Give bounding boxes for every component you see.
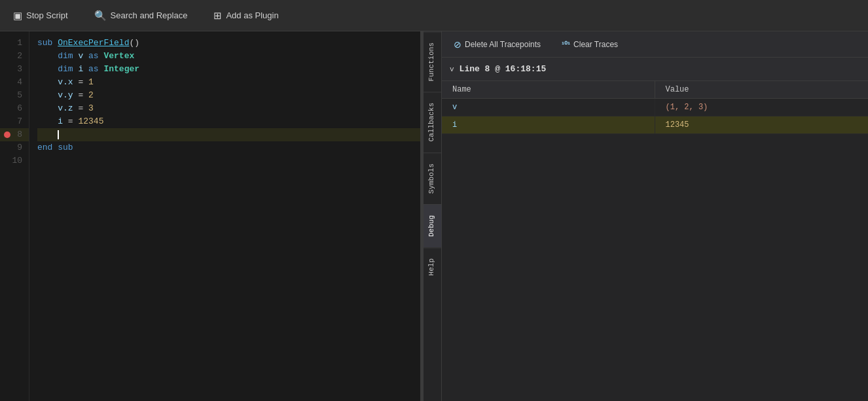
code-line — [37, 128, 420, 141]
delete-tracepoints-button[interactable]: ⊘ Delete All Tracepoints — [450, 37, 545, 52]
line-number: 2 — [0, 50, 29, 63]
code-token: 1 — [88, 76, 94, 89]
code-token: Integer — [103, 63, 139, 76]
code-token: 2 — [88, 89, 94, 102]
variable-value: 12345 — [655, 116, 869, 133]
code-token: as — [83, 63, 103, 76]
code-line: v.x = 1 — [37, 76, 420, 89]
code-token: i — [37, 115, 68, 128]
clear-traces-icon: ¹⁰¹ — [562, 40, 570, 49]
code-token: v.x — [37, 76, 78, 89]
code-line: i = 12345 — [37, 115, 420, 128]
code-token: Vertex — [103, 50, 134, 63]
code-token: 12345 — [78, 115, 103, 128]
side-tab-debug[interactable]: Debug — [424, 204, 441, 247]
code-line — [37, 154, 420, 167]
line-number: 1 — [0, 37, 29, 50]
code-token: v.z — [37, 102, 78, 115]
line-number: 9 — [0, 141, 29, 154]
chevron-icon: v — [450, 65, 454, 73]
table-row: i12345 — [442, 116, 868, 134]
breakpoint-dot — [4, 131, 10, 138]
code-token: dim — [37, 50, 78, 63]
call-stack-title: Line 8 @ 16:18:15 — [460, 64, 547, 74]
variable-table: Name Value v(1, 2, 3)i12345 — [442, 81, 868, 401]
code-line: v.z = 3 — [37, 102, 420, 115]
code-token: v — [78, 50, 83, 63]
line-number: 4 — [0, 76, 29, 89]
code-token — [37, 128, 58, 141]
code-token: end — [37, 141, 58, 154]
side-tab-help[interactable]: Help — [424, 247, 441, 286]
clear-traces-button[interactable]: ¹⁰¹ Clear Traces — [558, 38, 622, 51]
code-line: end sub — [37, 141, 420, 154]
add-plugin-label: Add as Plugin — [226, 10, 278, 20]
search-replace-label: Search and Replace — [111, 10, 188, 20]
line-numbers: 12345678910 — [0, 31, 29, 401]
variable-value: (1, 2, 3) — [655, 99, 869, 116]
line-number: 8 — [0, 128, 29, 141]
search-icon: 🔍 — [94, 10, 107, 22]
code-token: = — [78, 102, 88, 115]
code-editor: 12345678910 sub OnExecPerField() dim v a… — [0, 31, 420, 401]
main-area: 12345678910 sub OnExecPerField() dim v a… — [0, 31, 868, 401]
line-number: 10 — [0, 154, 29, 167]
right-panel: FunctionsCallbacksSymbolsDebugHelp ⊘ Del… — [423, 31, 868, 401]
side-tabs: FunctionsCallbacksSymbolsDebugHelp — [423, 31, 441, 401]
code-token: () — [129, 37, 139, 50]
code-line: v.y = 2 — [37, 89, 420, 102]
line-number: 7 — [0, 115, 29, 128]
code-token: OnExecPerField — [58, 37, 129, 50]
code-token: i — [78, 63, 83, 76]
code-line: sub OnExecPerField() — [37, 37, 420, 50]
plugin-icon: ⊞ — [213, 10, 222, 22]
delete-tracepoints-icon: ⊘ — [454, 39, 461, 50]
call-stack-header[interactable]: v Line 8 @ 16:18:15 — [442, 58, 868, 81]
code-token: dim — [37, 63, 78, 76]
side-tab-functions[interactable]: Functions — [424, 31, 441, 92]
code-line: dim v as Vertex — [37, 50, 420, 63]
side-tab-callbacks[interactable]: Callbacks — [424, 92, 441, 152]
code-token: sub — [58, 141, 73, 154]
variable-name: v — [442, 99, 655, 116]
line-number: 3 — [0, 63, 29, 76]
code-token: sub — [37, 37, 58, 50]
line-number: 6 — [0, 102, 29, 115]
debug-panel: ⊘ Delete All Tracepoints ¹⁰¹ Clear Trace… — [441, 31, 868, 401]
variable-table-header: Name Value — [442, 81, 868, 99]
delete-tracepoints-label: Delete All Tracepoints — [465, 40, 541, 49]
code-token: = — [78, 89, 88, 102]
code-line: dim i as Integer — [37, 63, 420, 76]
toolbar: ▣ Stop Script 🔍 Search and Replace ⊞ Add… — [0, 0, 868, 31]
code-token: = — [68, 115, 79, 128]
variable-rows: v(1, 2, 3)i12345 — [442, 99, 868, 134]
side-tab-symbols[interactable]: Symbols — [424, 152, 441, 204]
stop-script-icon: ▣ — [13, 10, 22, 22]
debug-toolbar: ⊘ Delete All Tracepoints ¹⁰¹ Clear Trace… — [442, 31, 868, 58]
table-row: v(1, 2, 3) — [442, 99, 868, 116]
variable-name: i — [442, 116, 655, 133]
line-number: 5 — [0, 89, 29, 102]
clear-traces-label: Clear Traces — [573, 40, 618, 49]
search-replace-button[interactable]: 🔍 Search and Replace — [89, 7, 193, 24]
code-token: v.y — [37, 89, 78, 102]
code-content[interactable]: sub OnExecPerField() dim v as Vertex dim… — [29, 31, 420, 401]
cursor — [58, 130, 59, 139]
column-name-header: Name — [442, 81, 655, 98]
add-plugin-button[interactable]: ⊞ Add as Plugin — [208, 7, 283, 24]
code-token: 3 — [88, 102, 94, 115]
column-value-header: Value — [655, 81, 869, 98]
stop-script-label: Stop Script — [26, 10, 68, 20]
stop-script-button[interactable]: ▣ Stop Script — [8, 7, 73, 24]
code-token: as — [83, 50, 103, 63]
code-token: = — [78, 76, 88, 89]
